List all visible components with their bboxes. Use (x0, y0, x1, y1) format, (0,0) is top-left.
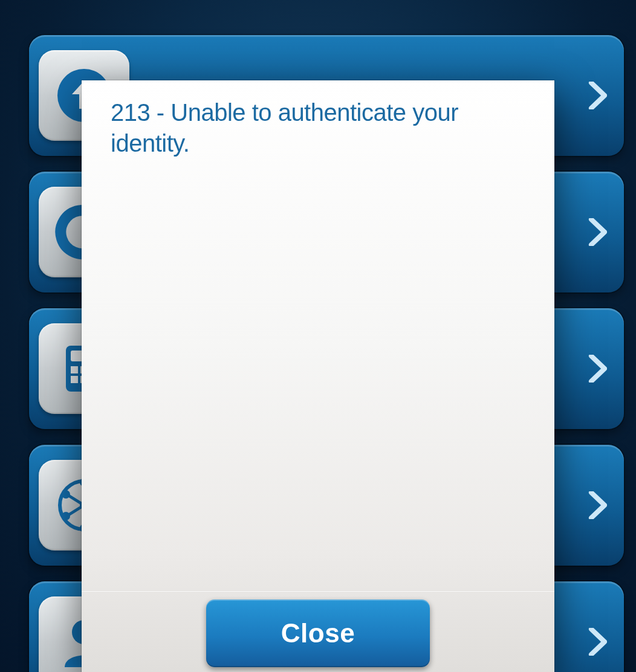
chevron-right-icon (588, 491, 607, 519)
svg-point-16 (62, 512, 70, 520)
close-button[interactable]: Close (206, 599, 430, 667)
error-dialog: 213 - Unable to authenticate your identi… (82, 80, 554, 672)
modal-overlay: 213 - Unable to authenticate your identi… (0, 0, 636, 672)
dialog-actions: Close (82, 590, 554, 672)
chevron-right-icon (588, 355, 607, 383)
svg-rect-3 (71, 366, 78, 373)
svg-rect-6 (71, 376, 78, 383)
dialog-title: 213 - Unable to authenticate your identi… (82, 80, 554, 159)
svg-point-14 (62, 490, 70, 499)
chevron-right-icon (588, 218, 607, 246)
chevron-right-icon (588, 628, 607, 656)
dialog-body (82, 159, 554, 590)
chevron-right-icon (588, 82, 607, 109)
